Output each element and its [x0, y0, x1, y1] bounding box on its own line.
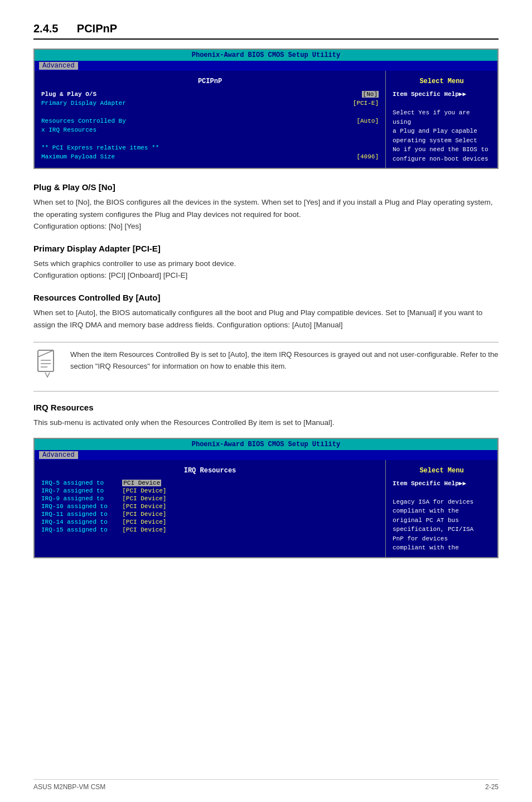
bios-menu-advanced-1[interactable]: Advanced — [39, 62, 78, 70]
primary-display-label: Primary Display Adapter — [41, 100, 126, 107]
bios-menu-bar-1: Advanced — [35, 61, 497, 71]
irq5-value: PCI Device — [122, 480, 161, 486]
bios-row-plug-play[interactable]: Plug & Play O/S [No] — [41, 90, 379, 99]
irq7-value: [PCI Device] — [122, 487, 166, 494]
bios-right-panel-1: Select Menu Item Specific Help▶▶ Select … — [386, 71, 497, 168]
bios-right-title-2: Select Menu — [393, 465, 491, 479]
resources-value: [Auto] — [356, 118, 379, 124]
note-box: When the item Resources Controlled By is… — [33, 342, 499, 392]
bios-content-1: PCIPnP Plug & Play O/S [No] Primary Disp… — [35, 71, 497, 168]
bios-section-title-1: PCIPnP — [41, 75, 379, 90]
bios-irq-row-15[interactable]: IRQ-15 assigned to [PCI Device] — [41, 526, 379, 534]
irq-label: x IRQ Resources — [41, 127, 96, 133]
irq-help-2: compliant with the — [393, 508, 459, 514]
help-line-2: a Plug and Play capable — [393, 128, 477, 134]
bios-utility-box-2: Phoenix-Award BIOS CMOS Setup Utility Ad… — [33, 438, 499, 558]
resources-section-title: Resources Controlled By [Auto] — [33, 293, 499, 302]
bios-row-spacer-2 — [41, 134, 379, 143]
bios-left-panel-1: PCIPnP Plug & Play O/S [No] Primary Disp… — [35, 71, 386, 168]
irq10-value: [PCI Device] — [122, 503, 166, 510]
bios-row-primary-display[interactable]: Primary Display Adapter [PCI-E] — [41, 99, 379, 108]
bios-menu-bar-2: Advanced — [35, 450, 497, 460]
bios-utility-box-1: Phoenix-Award BIOS CMOS Setup Utility Ad… — [33, 49, 499, 169]
resources-section-body: When set to [Auto], the BIOS automatical… — [33, 307, 499, 331]
bios-irq-row-7[interactable]: IRQ-7 assigned to [PCI Device] — [41, 487, 379, 495]
irq-help-6: compliant with the — [393, 544, 459, 551]
help-title-2: Item Specific Help▶▶ — [393, 480, 466, 487]
irq-section-body: This sub-menu is activated only when the… — [33, 417, 499, 429]
help-line-3: operating system Select — [393, 137, 477, 144]
note-text: When the item Resources Controlled By is… — [70, 349, 499, 373]
resources-label: Resources Controlled By — [41, 118, 126, 124]
section-title: PCIPnP — [77, 22, 117, 35]
irq-help-5: PnP for devices — [393, 535, 448, 542]
bios-section-title-2: IRQ Resources — [41, 465, 379, 479]
bios-irq-row-14[interactable]: IRQ-14 assigned to [PCI Device] — [41, 518, 379, 526]
irq10-label: IRQ-10 assigned to — [41, 503, 108, 510]
section-heading: 2.4.5 PCIPnP — [33, 22, 499, 40]
bios-row-irq[interactable]: x IRQ Resources — [41, 125, 379, 134]
bios-irq-row-5[interactable]: IRQ-5 assigned to PCI Device — [41, 479, 379, 487]
plug-play-label: Plug & Play O/S — [41, 91, 96, 98]
plug-play-section-body: When set to [No], the BIOS configures al… — [33, 196, 499, 233]
irq5-label: IRQ-5 assigned to — [41, 480, 104, 486]
irq14-label: IRQ-14 assigned to — [41, 519, 108, 525]
footer-left: ASUS M2NBP-VM CSM — [33, 783, 105, 791]
primary-display-value: [PCI-E] — [353, 100, 379, 107]
irq9-label: IRQ-9 assigned to — [41, 495, 104, 502]
primary-display-section-body: Sets which graphics controller to use as… — [33, 258, 499, 282]
bios-right-panel-2: Select Menu Item Specific Help▶▶ Legacy … — [386, 460, 497, 557]
help-title-1: Item Specific Help▶▶ — [393, 91, 466, 98]
irq11-label: IRQ-11 assigned to — [41, 511, 108, 518]
irq-help-1: Legacy ISA for devices — [393, 499, 473, 505]
bios-help-2: Item Specific Help▶▶ Legacy ISA for devi… — [393, 479, 491, 553]
irq-help-4: specification, PCI/ISA — [393, 526, 473, 533]
help-line-5: configure non-boot devices — [393, 156, 489, 162]
bios-irq-row-11[interactable]: IRQ-11 assigned to [PCI Device] — [41, 510, 379, 518]
irq11-value: [PCI Device] — [122, 511, 166, 518]
plug-play-section-title: Plug & Play O/S [No] — [33, 182, 499, 192]
irq15-label: IRQ-15 assigned to — [41, 526, 108, 533]
max-payload-label: Maximum Payload Size — [41, 153, 115, 160]
irq-help-3: original PC AT bus — [393, 517, 459, 524]
pci-header-label: ** PCI Express relative itmes ** — [41, 144, 159, 151]
irq9-value: [PCI Device] — [122, 495, 166, 502]
bios-content-2: IRQ Resources IRQ-5 assigned to PCI Devi… — [35, 460, 497, 557]
bios-row-max-payload[interactable]: Maximum Payload Size [4096] — [41, 152, 379, 161]
bios-row-pci-header: ** PCI Express relative itmes ** — [41, 143, 379, 152]
bios-row-spacer-1 — [41, 108, 379, 117]
note-icon — [33, 349, 61, 384]
bios-left-panel-2: IRQ Resources IRQ-5 assigned to PCI Devi… — [35, 460, 386, 557]
irq15-value: [PCI Device] — [122, 526, 166, 533]
section-number: 2.4.5 — [33, 22, 58, 35]
bios-help-1: Item Specific Help▶▶ Select Yes if you a… — [393, 90, 491, 163]
bios-row-resources[interactable]: Resources Controlled By [Auto] — [41, 117, 379, 125]
irq-section-title: IRQ Resources — [33, 403, 499, 412]
page-footer: ASUS M2NBP-VM CSM 2-25 — [33, 779, 499, 791]
bios-irq-row-9[interactable]: IRQ-9 assigned to [PCI Device] — [41, 495, 379, 503]
bios-title-bar-1: Phoenix-Award BIOS CMOS Setup Utility — [35, 50, 497, 61]
bios-title-bar-2: Phoenix-Award BIOS CMOS Setup Utility — [35, 439, 497, 450]
svg-line-1 — [38, 350, 54, 357]
help-line-1: Select Yes if you are using — [393, 109, 470, 125]
help-line-4: No if you need the BIOS to — [393, 146, 489, 153]
bios-right-title-1: Select Menu — [393, 75, 491, 90]
bios-irq-row-10[interactable]: IRQ-10 assigned to [PCI Device] — [41, 503, 379, 510]
irq14-value: [PCI Device] — [122, 519, 166, 525]
max-payload-value: [4096] — [356, 153, 379, 160]
footer-right: 2-25 — [485, 783, 499, 791]
primary-display-section-title: Primary Display Adapter [PCI-E] — [33, 244, 499, 253]
bios-menu-advanced-2[interactable]: Advanced — [39, 451, 78, 459]
plug-play-value: [No] — [362, 91, 379, 98]
irq7-label: IRQ-7 assigned to — [41, 487, 104, 494]
